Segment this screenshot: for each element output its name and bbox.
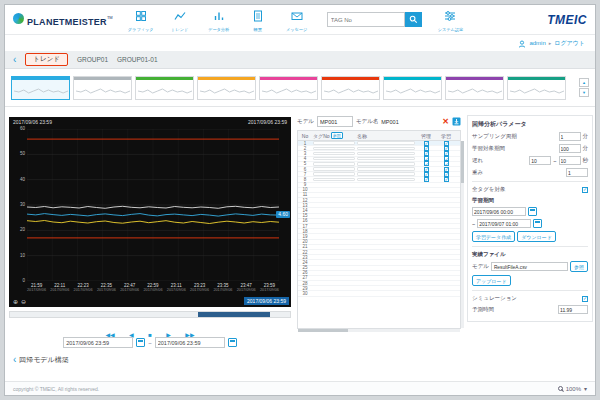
back-icon[interactable]: ‹ <box>13 55 16 65</box>
x-tick-label: 22:592017/09/06 <box>143 283 162 293</box>
scrubber-range-handle[interactable] <box>198 312 271 317</box>
delete-model-button[interactable]: ✕ <box>442 117 449 126</box>
zoom-control[interactable]: 100% ▾ <box>558 385 587 392</box>
chart-end-timestamp: 2017/09/06 23:59 <box>248 119 287 125</box>
scrollbar-thumb[interactable] <box>298 329 348 332</box>
learn-checkbox[interactable] <box>444 177 449 182</box>
zoom-in-icon[interactable]: ⊕ <box>13 299 21 305</box>
nav-item-graphic[interactable]: グラフィック <box>125 8 157 32</box>
thumbnail-card[interactable] <box>259 76 318 100</box>
thumbnail-sparkline <box>386 84 440 98</box>
calendar-icon[interactable] <box>136 338 145 347</box>
x-tick-label: 22:352017/09/06 <box>97 283 116 293</box>
scrollbar-thumb[interactable] <box>461 141 464 183</box>
thumbnail-strip: ▲ ▼ <box>5 69 595 107</box>
app-window: PLANETMEISTERTM グラフィック トレンド データ分析 帳票 メッセ… <box>4 4 596 396</box>
group-sub-link[interactable]: GROUP01-01 <box>117 56 157 63</box>
thumbnail-card[interactable] <box>135 76 194 100</box>
col-tagno: タグNo参照 <box>312 132 356 139</box>
thumbnail-sparkline <box>14 84 68 98</box>
col-manage: 管理 <box>416 133 436 139</box>
nav-item-analysis[interactable]: データ分析 <box>203 8 235 32</box>
group-link[interactable]: GROUP01 <box>77 56 108 63</box>
thumbnail-color-bar <box>12 77 69 80</box>
logo-icon <box>13 13 24 24</box>
simulation-checkbox[interactable] <box>582 296 588 302</box>
logout-link[interactable]: ログアウト <box>554 39 585 48</box>
vertical-scrollbar[interactable] <box>461 141 464 328</box>
nav-item-report[interactable]: 帳票 <box>242 8 274 32</box>
trend-chart[interactable]: 2017/09/06 23:59 2017/09/06 23:59 21:592… <box>9 117 291 307</box>
nav-label: 帳票 <box>254 27 262 32</box>
thumbnail-color-bar <box>74 77 131 80</box>
thumbnail-card[interactable] <box>383 76 442 100</box>
nav-label: データ分析 <box>208 27 229 32</box>
thumbnail-card[interactable] <box>11 76 70 100</box>
timeline-scrubber[interactable] <box>9 311 291 318</box>
zoom-out-icon[interactable]: ⊖ <box>21 299 29 305</box>
model-id-input[interactable] <box>317 116 353 127</box>
thumbnail-card[interactable] <box>507 76 566 100</box>
calendar-icon[interactable] <box>228 338 237 347</box>
tag-table: No タグNo参照 名称 管理 学習 123456789101112131415… <box>297 130 461 329</box>
download-button[interactable]: ダウンロード <box>517 231 556 242</box>
tag-browse-button[interactable]: 参照 <box>331 132 343 139</box>
file-browse-button[interactable]: 参照 <box>570 261 588 272</box>
y-axis-label: 10 <box>11 253 25 258</box>
delay-to-input[interactable] <box>559 156 581 165</box>
thumbnail-card[interactable] <box>197 76 256 100</box>
range-separator: ~ <box>148 340 152 346</box>
range-start-input[interactable] <box>63 337 133 348</box>
calendar-icon[interactable] <box>533 219 542 228</box>
thumbnail-card[interactable] <box>73 76 132 100</box>
file-name: ResultFileA.csv <box>491 262 568 271</box>
thumbnail-color-bar <box>198 77 255 80</box>
param-unit: 分 <box>583 145 589 152</box>
range-end-input[interactable] <box>155 337 225 348</box>
create-learn-data-button[interactable]: 学習データ作成 <box>472 231 515 242</box>
learn-start-input[interactable] <box>472 207 526 216</box>
learn-span-input[interactable] <box>559 144 581 153</box>
report-icon <box>252 8 264 26</box>
all-tags-checkbox[interactable] <box>582 187 588 193</box>
predict-time-input[interactable] <box>558 305 588 314</box>
horizontal-scrollbar[interactable] <box>298 329 460 332</box>
all-tags-row: 全タグを対象 <box>472 186 588 193</box>
export-button[interactable] <box>452 117 461 127</box>
chart-start-timestamp: 2017/09/06 23:59 <box>13 119 52 125</box>
delay-from-input[interactable] <box>529 156 551 165</box>
weight-input[interactable] <box>566 168 588 177</box>
calendar-icon[interactable] <box>528 207 537 216</box>
thumbnail-color-bar <box>136 77 193 80</box>
system-settings-button[interactable]: システム設定 <box>438 8 464 32</box>
copyright-text: copyright © TMEIC, All rights reserved. <box>13 386 99 392</box>
nav-item-message[interactable]: メッセージ <box>281 8 313 32</box>
search-input[interactable] <box>327 12 405 27</box>
chevron-down-icon[interactable]: ▼ <box>579 88 589 97</box>
planetmeister-logo: PLANETMEISTERTM <box>13 11 113 29</box>
plot-area[interactable] <box>27 129 279 281</box>
chevron-up-icon[interactable]: ▲ <box>579 78 589 87</box>
thumbnail-sparkline <box>448 84 502 98</box>
date-range: ~ <box>9 337 291 348</box>
search-button[interactable] <box>405 12 422 27</box>
thumbnail-card[interactable] <box>321 76 380 100</box>
model-name-value: MP001 <box>381 119 398 125</box>
thumbnail-card[interactable] <box>445 76 504 100</box>
model-label: モデル <box>297 118 314 125</box>
x-tick-label: 23:592017/09/06 <box>260 283 279 293</box>
message-icon <box>291 8 303 26</box>
tab-trend[interactable]: トレンド <box>25 53 68 66</box>
model-header-row: モデル モデル名 MP001 ✕ <box>297 115 461 128</box>
back-to-model-build[interactable]: ‹ 回帰モデル構築 <box>13 355 69 365</box>
table-row[interactable]: 30 <box>298 291 460 296</box>
y-axis-label: 20 <box>11 227 25 232</box>
learn-end-input[interactable] <box>477 219 531 228</box>
nav-item-trend[interactable]: トレンド <box>164 8 196 32</box>
learn-period-label: 学習期間 <box>472 197 588 204</box>
upload-button[interactable]: アップロード <box>472 275 511 286</box>
manage-checkbox[interactable] <box>424 177 429 182</box>
footer: copyright © TMEIC, All rights reserved. … <box>5 381 595 395</box>
divider <box>472 246 588 247</box>
sampling-input[interactable] <box>559 132 581 141</box>
